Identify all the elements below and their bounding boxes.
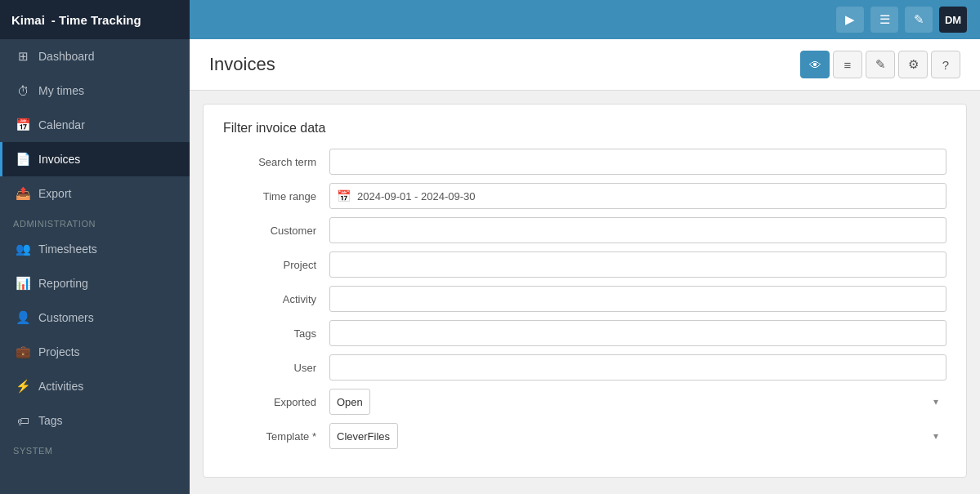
grid-icon: ⊞ <box>16 49 30 64</box>
exported-select-wrapper: Open Yes No <box>329 389 946 415</box>
sidebar-item-invoices[interactable]: 📄 Invoices <box>0 142 190 176</box>
main-area: ▶ ☰ ✎ DM Invoices 👁 ≡ ✎ ⚙ ? Filter invoi… <box>190 0 980 494</box>
search-term-row: Search term <box>223 149 946 175</box>
tags-label: Tags <box>223 327 329 340</box>
sidebar-item-label: Export <box>38 187 71 200</box>
template-label: Template * <box>223 430 329 443</box>
search-term-label: Search term <box>223 156 329 168</box>
sidebar-item-label: Tags <box>38 414 63 427</box>
project-input[interactable] <box>329 251 946 278</box>
page-title: Invoices <box>209 54 275 75</box>
template-select[interactable]: CleverFiles <box>329 423 398 449</box>
sidebar: Kimai - Time Tracking ⊞ Dashboard ⏱ My t… <box>0 0 190 494</box>
system-section-label: System <box>0 438 190 459</box>
app-subtitle: - Time Tracking <box>51 13 141 27</box>
filter-panel: Filter invoice data Search term Time ran… <box>203 104 967 478</box>
sidebar-header: Kimai - Time Tracking <box>0 0 190 39</box>
sidebar-item-timesheets[interactable]: 👥 Timesheets <box>0 232 190 266</box>
filter-title: Filter invoice data <box>223 121 946 136</box>
project-label: Project <box>223 259 329 271</box>
calendar-picker-icon[interactable]: 📅 <box>330 189 357 202</box>
time-range-value: 2024-09-01 - 2024-09-30 <box>357 190 946 202</box>
sidebar-item-label: Reporting <box>38 277 88 290</box>
sidebar-item-label: Invoices <box>38 153 80 166</box>
template-row: Template * CleverFiles <box>223 423 946 449</box>
sidebar-item-label: Projects <box>38 345 80 358</box>
page-header: Invoices 👁 ≡ ✎ ⚙ ? <box>190 39 980 91</box>
exported-label: Exported <box>223 396 329 408</box>
view-button[interactable]: 👁 <box>800 51 830 78</box>
calendar-icon: 📅 <box>16 118 30 132</box>
tags-icon: 🏷 <box>16 413 30 428</box>
edit-view-button[interactable]: ✎ <box>866 51 895 78</box>
sidebar-item-reporting[interactable]: 📊 Reporting <box>0 266 190 300</box>
time-range-row: Time range 📅 2024-09-01 - 2024-09-30 <box>223 183 946 209</box>
app-brand: Kimai <box>11 13 45 27</box>
list-button[interactable]: ☰ <box>870 7 898 33</box>
topbar: ▶ ☰ ✎ DM <box>190 0 980 39</box>
list-view-button[interactable]: ≡ <box>833 51 862 78</box>
sidebar-item-customers[interactable]: 👤 Customers <box>0 300 190 335</box>
sidebar-item-projects[interactable]: 💼 Projects <box>0 335 190 369</box>
user-row: User <box>223 354 946 381</box>
activity-label: Activity <box>223 293 329 305</box>
play-button[interactable]: ▶ <box>836 7 864 33</box>
user-input[interactable] <box>329 354 946 381</box>
sidebar-item-tags[interactable]: 🏷 Tags <box>0 403 190 438</box>
sidebar-item-label: Timesheets <box>38 243 97 256</box>
time-range-wrapper[interactable]: 📅 2024-09-01 - 2024-09-30 <box>329 183 946 209</box>
exported-row: Exported Open Yes No <box>223 389 946 415</box>
sidebar-nav: ⊞ Dashboard ⏱ My times 📅 Calendar 📄 Invo… <box>0 39 190 494</box>
sidebar-item-calendar[interactable]: 📅 Calendar <box>0 108 190 142</box>
sidebar-item-dashboard[interactable]: ⊞ Dashboard <box>0 39 190 73</box>
sidebar-item-export[interactable]: 📤 Export <box>0 176 190 211</box>
reporting-icon: 📊 <box>16 276 30 291</box>
template-select-wrapper: CleverFiles <box>329 423 946 449</box>
search-term-input[interactable] <box>329 149 946 175</box>
tags-input[interactable] <box>329 320 946 346</box>
admin-section-label: Administration <box>0 211 190 232</box>
content-area: Invoices 👁 ≡ ✎ ⚙ ? Filter invoice data S… <box>190 39 980 494</box>
help-button[interactable]: ? <box>931 51 960 78</box>
sidebar-item-activities[interactable]: ⚡ Activities <box>0 369 190 403</box>
activities-icon: ⚡ <box>16 379 30 394</box>
customer-label: Customer <box>223 225 329 237</box>
user-label: User <box>223 362 329 374</box>
sidebar-item-label: Calendar <box>38 118 85 131</box>
sidebar-item-my-times[interactable]: ⏱ My times <box>0 73 190 108</box>
customer-input[interactable] <box>329 217 946 243</box>
clock-icon: ⏱ <box>16 83 30 98</box>
document-icon: 📄 <box>16 152 30 167</box>
tags-row: Tags <box>223 320 946 346</box>
timesheets-icon: 👥 <box>16 242 30 256</box>
user-avatar[interactable]: DM <box>939 7 967 33</box>
settings-button[interactable]: ⚙ <box>898 51 928 78</box>
customer-row: Customer <box>223 217 946 243</box>
sidebar-item-label: Customers <box>38 311 94 324</box>
page-actions: 👁 ≡ ✎ ⚙ ? <box>800 51 960 78</box>
export-icon: 📤 <box>16 186 30 201</box>
activity-input[interactable] <box>329 286 946 312</box>
exported-select[interactable]: Open Yes No <box>329 389 370 415</box>
sidebar-item-label: Activities <box>38 380 83 393</box>
edit-button[interactable]: ✎ <box>905 7 933 33</box>
time-range-label: Time range <box>223 190 329 202</box>
customers-icon: 👤 <box>16 310 30 325</box>
activity-row: Activity <box>223 286 946 312</box>
projects-icon: 💼 <box>16 345 30 359</box>
sidebar-item-label: Dashboard <box>38 50 95 63</box>
sidebar-item-label: My times <box>38 84 84 97</box>
project-row: Project <box>223 251 946 278</box>
